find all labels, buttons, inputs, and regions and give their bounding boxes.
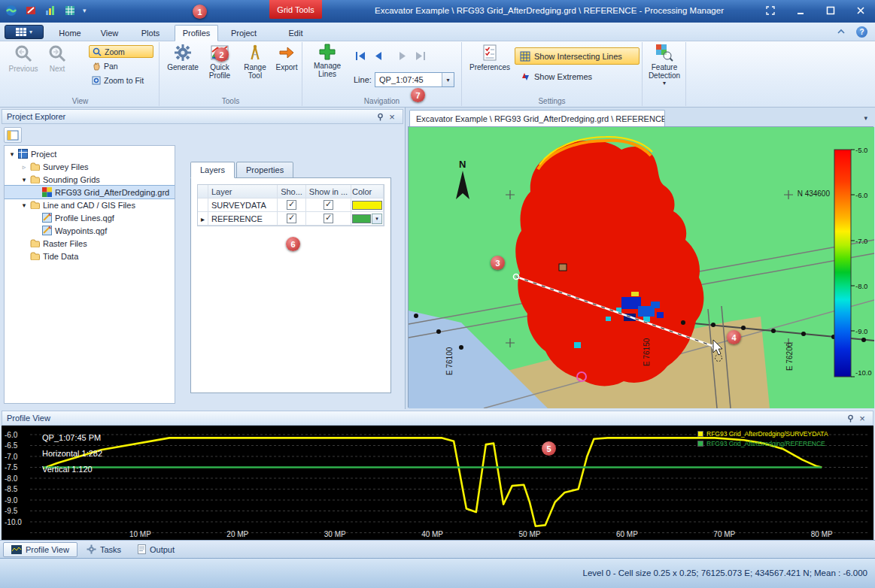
layer-name: REFERENCE — [208, 212, 278, 225]
tree-item-profile-lines[interactable]: Profile Lines.qgf — [5, 211, 175, 224]
folder-icon — [29, 162, 41, 171]
window-title: Excavator Example \ RFG93 Grid_AfterDred… — [331, 6, 767, 15]
color-swatch[interactable] — [352, 214, 371, 223]
range-tool-button[interactable]: Range Tool — [239, 44, 271, 93]
project-icon — [17, 149, 29, 159]
close-panel-icon[interactable] — [386, 111, 398, 123]
map-drawing: N N 434600 E 76100 E 76150 E 76200 -5.0 … — [409, 127, 874, 408]
last-line-button[interactable] — [412, 50, 429, 62]
map-document-tab[interactable]: Excavator Example \ RFG93 Grid_AfterDred… — [409, 110, 665, 126]
tree-item-line-cad-gis[interactable]: Line and CAD / GIS Files — [5, 199, 175, 211]
tree-item-raster-files[interactable]: Raster Files — [5, 237, 175, 250]
ribbon-group-tools: Generate Quick Profile Range Tool Export… — [160, 42, 302, 106]
show-in-checkbox[interactable] — [324, 200, 333, 210]
ribbon-tab-row: ▾ Home View Plots Profiles Project Edit — [0, 23, 875, 41]
show-checkbox[interactable] — [287, 214, 296, 223]
tab-layers[interactable]: Layers — [190, 162, 235, 178]
combobox-dropdown-icon[interactable]: ▾ — [442, 73, 454, 86]
svg-text:-8.0: -8.0 — [855, 282, 867, 290]
tab-plots[interactable]: Plots — [132, 25, 169, 41]
edit-tool-icon[interactable] — [24, 4, 38, 17]
zoom-to-fit-button[interactable]: Zoom to Fit — [89, 74, 153, 86]
tree-item-sounding-grids[interactable]: Sounding Grids — [5, 173, 175, 186]
color-dropdown-icon[interactable]: ▾ — [372, 214, 382, 224]
table-row[interactable]: REFERENCE ▾ — [198, 212, 384, 226]
tree-item-grid-file[interactable]: RFG93 Grid_AfterDredging.grd — [5, 186, 175, 199]
show-extremes-toggle[interactable]: Show Extremes — [515, 68, 640, 84]
expander-icon[interactable] — [20, 176, 29, 183]
header-show[interactable]: Sho... — [278, 185, 306, 198]
export-button[interactable]: Export — [272, 44, 301, 93]
waypoint-marker[interactable] — [559, 264, 567, 271]
expander-icon[interactable] — [8, 150, 17, 158]
expander-icon[interactable] — [20, 163, 29, 171]
next-button[interactable]: Next — [42, 44, 72, 93]
app-logo-icon[interactable] — [5, 4, 18, 17]
generate-button[interactable]: Generate — [166, 44, 200, 93]
maximize-button[interactable] — [821, 3, 840, 18]
tree-item-survey-files[interactable]: Survey Files — [5, 160, 175, 173]
show-checkbox[interactable] — [287, 200, 296, 210]
header-show-in[interactable]: Show in ... — [306, 185, 351, 198]
tab-home[interactable]: Home — [53, 25, 87, 41]
group-label-navigation: Navigation — [302, 97, 461, 105]
map-canvas[interactable]: N N 434600 E 76100 E 76150 E 76200 -5.0 … — [408, 126, 873, 408]
tab-view[interactable]: View — [93, 25, 126, 41]
pan-button[interactable]: Pan — [89, 59, 153, 72]
show-intersecting-lines-toggle[interactable]: Show Intersecting Lines — [515, 47, 640, 65]
preferences-button[interactable]: Preferences — [468, 44, 512, 93]
tab-profiles[interactable]: Profiles — [175, 25, 218, 41]
tree-item-project[interactable]: Project — [5, 147, 175, 160]
profile-chart[interactable]: -6.0-6.5-7.0-7.5-8.0-8.5-9.0-9.5-10.010 … — [2, 426, 873, 540]
tab-profile-view[interactable]: Profile View — [3, 542, 77, 557]
tab-tasks[interactable]: Tasks — [79, 542, 129, 557]
fullscreen-icon[interactable] — [761, 3, 780, 18]
svg-text:20 MP: 20 MP — [226, 530, 248, 538]
minimize-button[interactable] — [791, 3, 810, 18]
zoom-fit-icon — [92, 76, 101, 85]
svg-text:60 MP: 60 MP — [616, 530, 638, 538]
folder-icon — [29, 201, 41, 209]
svg-text:-5.0: -5.0 — [855, 146, 867, 154]
header-color[interactable]: Color — [351, 185, 384, 198]
tree-item-tide-data[interactable]: Tide Data — [5, 250, 175, 262]
line-combobox[interactable]: QP_1:07:45 ▾ — [375, 72, 454, 87]
svg-text:-6.5: -6.5 — [5, 441, 18, 450]
close-panel-icon[interactable] — [856, 412, 868, 424]
manage-lines-button[interactable]: Manage Lines — [308, 44, 346, 93]
explorer-toolbar-button[interactable] — [4, 127, 22, 143]
close-button[interactable] — [851, 3, 870, 18]
tab-edit[interactable]: Edit — [270, 25, 321, 41]
chart-tool-icon[interactable] — [44, 4, 57, 17]
tab-output[interactable]: Output — [130, 542, 182, 557]
expander-icon[interactable] — [20, 202, 29, 209]
zoom-button[interactable]: Zoom — [89, 45, 153, 58]
next-line-button[interactable] — [394, 50, 411, 62]
svg-text:-8.0: -8.0 — [5, 474, 18, 483]
easting-label: E 76100 — [445, 347, 454, 375]
qat-dropdown-icon[interactable]: ▾ — [83, 7, 87, 14]
bottom-tab-bar: Profile View Tasks Output — [0, 540, 875, 558]
pin-icon[interactable] — [844, 412, 856, 424]
header-layer[interactable]: Layer — [208, 185, 278, 198]
tree-item-waypoints[interactable]: Waypoints.qgf — [5, 224, 175, 237]
folder-icon — [29, 175, 41, 183]
help-icon[interactable] — [856, 26, 867, 38]
pin-icon[interactable] — [374, 111, 386, 123]
feature-detection-button[interactable]: Feature Detection ▾ — [645, 44, 684, 101]
show-in-checkbox[interactable] — [324, 214, 333, 223]
app-menu-button[interactable]: ▾ — [5, 25, 44, 39]
previous-button[interactable]: Previous — [6, 44, 41, 93]
app-window: ▾ Excavator Example \ RFG93 Grid_AfterDr… — [0, 0, 875, 588]
header-selector — [198, 185, 208, 198]
tree-item-label: Survey Files — [43, 162, 89, 171]
tab-project[interactable]: Project — [224, 25, 263, 41]
table-row[interactable]: SURVEYDATA — [198, 199, 384, 212]
grid-tool-icon[interactable] — [63, 4, 77, 17]
tab-properties[interactable]: Properties — [236, 162, 293, 178]
collapse-ribbon-icon[interactable] — [837, 28, 846, 37]
first-line-button[interactable] — [352, 50, 369, 62]
document-list-dropdown-icon[interactable]: ▾ — [864, 114, 867, 122]
previous-line-button[interactable] — [370, 50, 387, 62]
color-swatch[interactable] — [352, 201, 382, 210]
